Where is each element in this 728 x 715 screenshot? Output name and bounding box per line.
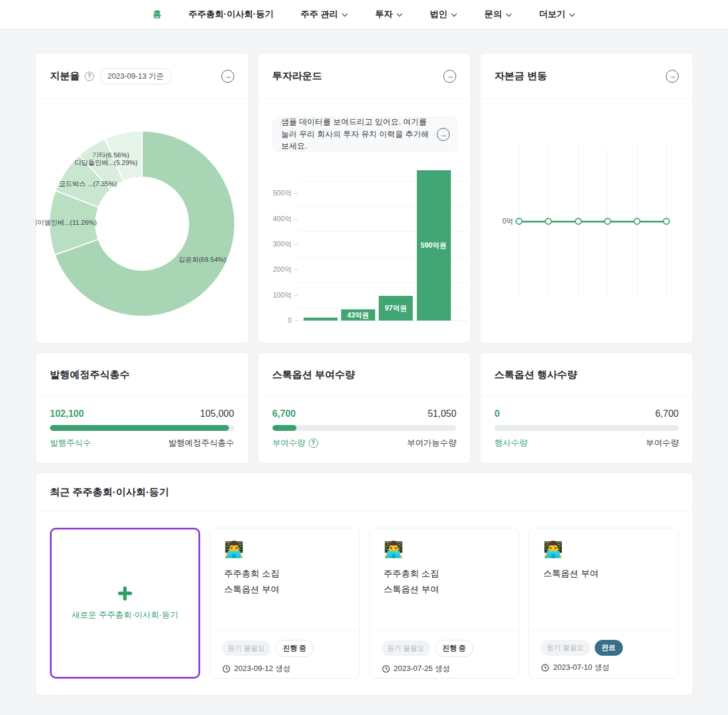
nav-item-more[interactable]: 더보기 — [539, 9, 575, 20]
arrow-right-icon[interactable]: → — [437, 128, 450, 141]
donut-slice-label: 케이엠인베...(11.26%) — [36, 218, 97, 227]
data-point — [515, 218, 523, 225]
meeting-card[interactable]: 👨‍💻 스톡옵션 부여 등기 불필요 완료 2023-07-10 생성 — [528, 528, 679, 679]
clock-icon — [222, 665, 231, 673]
arrow-right-icon[interactable]: → — [443, 70, 456, 83]
options-exercised-card: 스톡옵션 행사수량 0 6,700 행사수량 부여수량 — [480, 352, 693, 464]
issued-shares-label: 발행주식수 — [50, 438, 91, 448]
meeting-title: 주주총회 소집 스톡옵션 부여 — [224, 566, 345, 597]
arrow-right-icon[interactable]: → — [221, 70, 234, 83]
ownership-ratio-card: 지분율 ? 2023-09-13 기준 → 김은희(69.54%)케이엠인베..… — [35, 53, 249, 343]
new-meeting-card[interactable]: 새로운 주주총회·이사회·등기 — [50, 528, 200, 679]
funding-rounds-card: 투자라운드 → 샘플 데이터를 보여드리고 있어요. 여기를 눌러 우리 회사의… — [258, 53, 471, 343]
funding-chart-area: 샘플 데이터를 보여드리고 있어요. 여기를 눌러 우리 회사의 투자 유치 이… — [258, 99, 471, 343]
data-point — [604, 218, 611, 225]
granted-qty-value: 6,700 — [272, 409, 296, 419]
meeting-card-body: 👨‍💻 스톡옵션 부여 — [529, 528, 678, 630]
nav-item-home[interactable]: 홈 — [153, 9, 161, 20]
stat-body: 6,700 51,050 부여수량 ? 부여가능수량 — [258, 397, 471, 448]
data-point — [575, 218, 582, 225]
bar-value-label: 43억원 — [341, 310, 375, 320]
new-meeting-label: 새로운 주주총회·이사회·등기 — [72, 610, 178, 620]
funding-card-header: 투자라운드 → — [258, 53, 471, 99]
nav-item-investment[interactable]: 투자 — [375, 9, 403, 20]
sample-data-notice[interactable]: 샘플 데이터를 보여드리고 있어요. 여기를 눌러 우리 회사의 투자 유치 이… — [272, 117, 457, 152]
status-badge: 진행 중 — [435, 640, 473, 657]
granted-qty-label: 부여수량 — [646, 438, 679, 448]
section-title: 최근 주주총회·이사회·등기 — [36, 473, 693, 511]
stat-title: 스톡옵션 행사수량 — [480, 353, 693, 397]
donut-slice-label: 김은희(69.54%) — [178, 255, 226, 264]
options-granted-card: 스톡옵션 부여수량 6,700 51,050 부여수량 ? 부여가능수량 — [258, 352, 471, 464]
exercised-qty-label: 행사수량 — [494, 438, 527, 448]
granted-qty-value: 6,700 — [655, 409, 679, 419]
y-axis-tick-label: 100억 — [266, 290, 292, 300]
chevron-down-icon — [569, 13, 575, 17]
stat-body: 0 6,700 행사수량 부여수량 — [480, 397, 693, 448]
notice-text: 샘플 데이터를 보여드리고 있어요. 여기를 눌러 우리 회사의 투자 유치 이… — [281, 116, 433, 153]
progress-track — [494, 425, 679, 431]
data-point — [663, 218, 670, 225]
capital-change-card: 자본금 변동 → 0억 — [480, 53, 693, 343]
bar — [304, 318, 338, 321]
card-title: 자본금 변동 — [494, 69, 547, 83]
stat-title: 스톡옵션 부여수량 — [258, 353, 471, 397]
arrow-right-icon[interactable]: → — [666, 70, 679, 83]
recent-meetings-card: 최근 주주총회·이사회·등기 새로운 주주총회·이사회·등기 👨‍💻 주주총회 … — [35, 473, 693, 696]
progress-fill — [272, 425, 296, 431]
registration-badge: 등기 불필요 — [382, 640, 430, 656]
meeting-card-footer: 등기 불필요 완료 2023-07-10 생성 — [529, 630, 678, 678]
axis-tick — [294, 295, 298, 296]
ownership-donut-chart: 김은희(69.54%)케이엠인베...(11.26%)코드박스 ...(7.35… — [36, 99, 248, 343]
plus-icon — [118, 586, 132, 601]
meeting-title: 스톡옵션 부여 — [543, 566, 664, 581]
y-axis-tick-label: 0 — [266, 316, 292, 325]
meeting-card-body: 👨‍💻 주주총회 소집 스톡옵션 부여 — [370, 528, 519, 630]
dashboard-content: 지분율 ? 2023-09-13 기준 → 김은희(69.54%)케이엠인베..… — [35, 53, 693, 696]
technologist-emoji-icon: 👨‍💻 — [543, 540, 664, 559]
donut-slice-label: 코드박스 ...(7.35%) — [59, 180, 117, 188]
meeting-card-footer: 등기 불필요 진행 중 2023-07-25 생성 — [370, 630, 519, 678]
y-axis-tick-label: 400억 — [266, 214, 292, 224]
nav-item-meetings-registry[interactable]: 주주총회·이사회·등기 — [188, 9, 274, 20]
progress-fill — [50, 425, 229, 431]
nav-item-shareholder-mgmt[interactable]: 주주 관리 — [301, 9, 348, 20]
chevron-down-icon — [396, 13, 403, 17]
y-axis-tick-label: 300억 — [266, 240, 292, 249]
x-axis-line — [298, 321, 468, 321]
progress-track — [272, 425, 457, 431]
axis-tick — [294, 269, 298, 270]
meeting-card-footer: 등기 불필요 진행 중 2023-09-12 생성 — [210, 630, 359, 678]
grantable-qty-label: 부여가능수량 — [407, 438, 456, 448]
clock-icon — [382, 665, 390, 673]
issued-shares-value: 102,100 — [50, 409, 84, 419]
status-badge: 완료 — [595, 640, 623, 656]
help-icon[interactable]: ? — [309, 439, 318, 448]
axis-tick — [294, 193, 298, 194]
progress-track — [50, 425, 234, 431]
registration-badge: 등기 불필요 — [222, 640, 271, 656]
ownership-card-header: 지분율 ? 2023-09-13 기준 → — [36, 53, 248, 99]
meeting-card-body: 👨‍💻 주주총회 소집 스톡옵션 부여 — [210, 528, 359, 630]
chevron-down-icon — [342, 13, 348, 17]
y-axis-tick-label: 200억 — [266, 265, 292, 275]
nav-item-inquiry[interactable]: 문의 — [484, 9, 512, 20]
created-date: 2023-09-12 생성 — [234, 663, 291, 674]
clock-icon — [541, 663, 550, 672]
stat-body: 102,100 105,000 발행주식수 발행예정주식총수 — [36, 397, 248, 448]
y-axis-tick-label: 500억 — [266, 188, 292, 198]
nav-item-corporation[interactable]: 법인 — [430, 9, 457, 20]
registration-badge: 등기 불필요 — [541, 640, 589, 656]
help-icon[interactable]: ? — [85, 72, 94, 81]
authorized-shares-value: 105,000 — [200, 409, 234, 419]
meeting-card[interactable]: 👨‍💻 주주총회 소집 스톡옵션 부여 등기 불필요 진행 중 2023-07-… — [369, 528, 520, 679]
chevron-down-icon — [505, 13, 512, 17]
authorized-shares-label: 발행예정주식총수 — [168, 438, 234, 448]
axis-tick — [294, 244, 298, 245]
meeting-card[interactable]: 👨‍💻 주주총회 소집 스톡옵션 부여 등기 불필요 진행 중 2023-09-… — [210, 528, 360, 679]
stat-title: 발행예정주식총수 — [36, 353, 248, 397]
grantable-qty-value: 51,050 — [427, 409, 456, 419]
capital-line-chart: 0억 — [480, 99, 693, 343]
bar-value-label: 590억원 — [417, 241, 451, 251]
data-point — [545, 218, 552, 225]
